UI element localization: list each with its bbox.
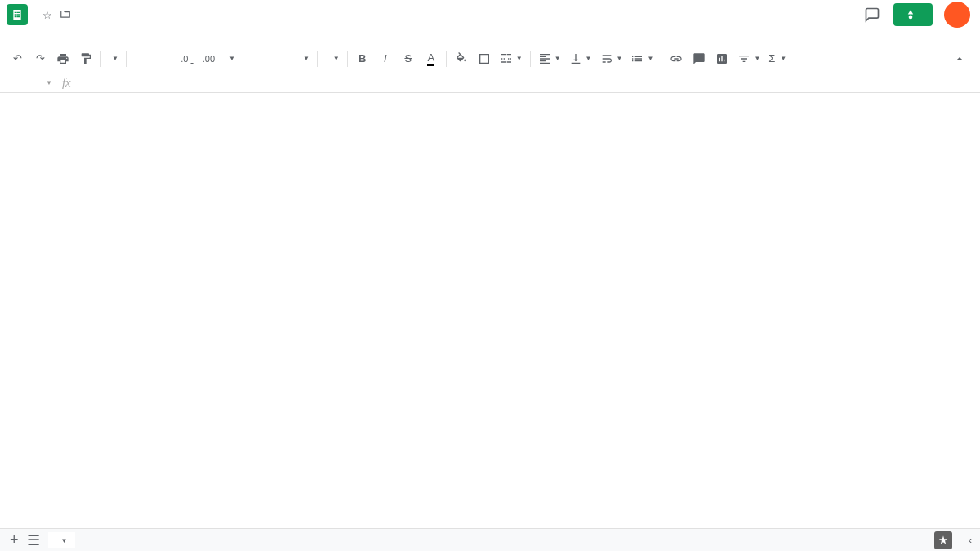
grid[interactable] bbox=[0, 93, 980, 544]
strikethrough-button[interactable]: S bbox=[398, 48, 419, 69]
increase-decimal-button[interactable]: .00 bbox=[199, 48, 220, 69]
menu-file[interactable] bbox=[36, 32, 47, 37]
comments-icon[interactable] bbox=[862, 5, 882, 24]
horizontal-align-button[interactable]: ▼ bbox=[535, 52, 564, 65]
menu-help[interactable] bbox=[140, 32, 152, 37]
undo-icon[interactable]: ↶ bbox=[7, 48, 28, 69]
menubar bbox=[0, 24, 980, 44]
text-wrap-button[interactable]: ▼ bbox=[597, 52, 626, 65]
zoom-select[interactable]: ▼ bbox=[105, 55, 122, 62]
insert-link-icon[interactable] bbox=[666, 48, 687, 69]
star-icon[interactable]: ☆ bbox=[42, 9, 52, 21]
collapse-toolbar-icon[interactable] bbox=[949, 48, 970, 69]
add-sheet-button[interactable]: + bbox=[10, 531, 19, 549]
currency-button[interactable] bbox=[131, 48, 152, 69]
fill-color-button[interactable] bbox=[451, 48, 472, 69]
insert-comment-icon[interactable] bbox=[688, 48, 710, 69]
account-avatar[interactable] bbox=[944, 2, 970, 28]
menu-data[interactable] bbox=[101, 32, 113, 37]
menu-format[interactable] bbox=[88, 32, 100, 37]
italic-button[interactable]: I bbox=[375, 48, 396, 69]
share-button[interactable] bbox=[893, 3, 933, 26]
menu-tools[interactable] bbox=[114, 32, 126, 37]
menu-view[interactable] bbox=[62, 32, 74, 37]
menu-edit[interactable] bbox=[49, 32, 60, 37]
explore-button[interactable] bbox=[934, 531, 952, 549]
last-edit-link[interactable] bbox=[160, 32, 172, 37]
svg-point-0 bbox=[909, 16, 913, 20]
insert-chart-icon[interactable] bbox=[711, 48, 733, 69]
all-sheets-button[interactable]: ☰ bbox=[27, 531, 40, 549]
borders-button[interactable] bbox=[474, 48, 495, 69]
paint-format-icon[interactable] bbox=[75, 48, 96, 69]
name-box-dropdown-icon[interactable]: ▼ bbox=[42, 79, 56, 87]
font-size-select[interactable]: ▼ bbox=[322, 55, 343, 62]
text-rotation-button[interactable]: ▼ bbox=[627, 52, 657, 65]
functions-button[interactable]: Σ▼ bbox=[765, 52, 790, 64]
formula-input[interactable] bbox=[78, 73, 980, 92]
text-color-button[interactable]: A bbox=[421, 48, 442, 69]
filter-button[interactable]: ▼ bbox=[734, 52, 764, 65]
toolbar: ↶ ↷ ▼ .0 .00 ▼ ▼ ▼ B I S A ▼ ▼ ▼ ▼ ▼ ▼ Σ… bbox=[0, 44, 980, 73]
sheets-logo[interactable] bbox=[7, 4, 28, 25]
move-folder-icon[interactable] bbox=[59, 8, 72, 22]
decrease-decimal-button[interactable]: .0 bbox=[176, 48, 198, 69]
menu-insert[interactable] bbox=[75, 32, 87, 37]
percent-button[interactable] bbox=[154, 48, 175, 69]
vertical-align-button[interactable]: ▼ bbox=[566, 52, 595, 65]
bold-button[interactable]: B bbox=[352, 48, 373, 69]
menu-addons[interactable] bbox=[127, 32, 139, 37]
font-select[interactable]: ▼ bbox=[247, 55, 313, 62]
sheet-tab[interactable]: ▼ bbox=[48, 532, 76, 548]
fx-icon: fx bbox=[56, 76, 78, 90]
name-box[interactable] bbox=[0, 73, 42, 92]
chevron-left-icon[interactable]: ‹ bbox=[969, 534, 972, 546]
redo-icon[interactable]: ↷ bbox=[29, 48, 51, 69]
print-icon[interactable] bbox=[52, 48, 74, 69]
merge-cells-button[interactable]: ▼ bbox=[497, 52, 526, 65]
more-formats-button[interactable]: ▼ bbox=[222, 55, 238, 62]
